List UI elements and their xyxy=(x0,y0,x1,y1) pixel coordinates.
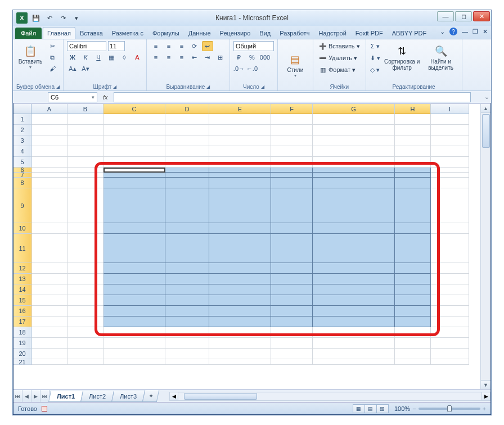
row-header-4[interactable]: 4 xyxy=(14,146,32,157)
cell-D1[interactable] xyxy=(165,114,209,125)
row-header-7[interactable]: 7 xyxy=(14,173,32,178)
cell-F11[interactable] xyxy=(271,234,313,263)
cell-A8[interactable] xyxy=(32,178,68,188)
cell-E7[interactable] xyxy=(209,173,271,178)
cell-A18[interactable] xyxy=(32,327,68,338)
row-header-15[interactable]: 15 xyxy=(14,295,32,306)
view-page-break-button[interactable]: ▧ xyxy=(376,404,389,413)
border-button[interactable]: ▦ xyxy=(106,52,117,62)
align-right-icon[interactable]: ≡ xyxy=(176,52,187,62)
row-header-9[interactable]: 9 xyxy=(14,188,32,223)
sheet-tab-Лист3[interactable]: Лист3 xyxy=(111,391,145,402)
maximize-button[interactable]: ◻ xyxy=(455,11,472,21)
cell-C1[interactable] xyxy=(104,114,165,125)
align-center-icon[interactable]: ≡ xyxy=(163,52,174,62)
tab-разработч[interactable]: Разработч xyxy=(275,27,314,39)
cell-B13[interactable] xyxy=(68,274,104,284)
scroll-left-icon[interactable]: ◀ xyxy=(169,392,178,401)
cell-I9[interactable] xyxy=(431,188,469,223)
paste-button[interactable]: 📋 Вставить ▾ xyxy=(16,41,44,74)
cell-F2[interactable] xyxy=(271,125,313,135)
cell-F17[interactable] xyxy=(271,317,313,327)
cell-G16[interactable] xyxy=(313,306,395,317)
cell-B1[interactable] xyxy=(68,114,104,125)
sheet-nav-prev-icon[interactable]: ◀ xyxy=(22,390,32,402)
cell-F10[interactable] xyxy=(271,223,313,234)
col-header-H[interactable]: H xyxy=(395,104,431,114)
cell-B2[interactable] xyxy=(68,125,104,135)
cell-D10[interactable] xyxy=(165,223,209,234)
cell-A20[interactable] xyxy=(32,349,68,359)
tab-вставка[interactable]: Вставка xyxy=(75,27,107,39)
cell-G1[interactable] xyxy=(313,114,395,125)
cell-H15[interactable] xyxy=(395,295,431,306)
bold-button[interactable]: Ж xyxy=(67,52,78,62)
macro-record-icon[interactable] xyxy=(42,406,47,412)
cell-A2[interactable] xyxy=(32,125,68,135)
cell-I3[interactable] xyxy=(431,135,469,146)
col-header-C[interactable]: C xyxy=(104,104,165,114)
cell-G18[interactable] xyxy=(313,327,395,338)
cell-B4[interactable] xyxy=(68,146,104,157)
tab-foxit pdf[interactable]: Foxit PDF xyxy=(351,27,388,39)
cell-G11[interactable] xyxy=(313,234,395,263)
col-header-D[interactable]: D xyxy=(165,104,209,114)
cell-H12[interactable] xyxy=(395,263,431,274)
cell-H18[interactable] xyxy=(395,327,431,338)
decrease-font-icon[interactable]: A▾ xyxy=(80,64,91,74)
cell-I11[interactable] xyxy=(431,234,469,263)
cell-H20[interactable] xyxy=(395,349,431,359)
cell-B9[interactable] xyxy=(68,188,104,223)
increase-decimal-icon[interactable]: .0→ xyxy=(233,64,245,74)
row-header-21[interactable]: 21 xyxy=(14,359,32,365)
cell-I10[interactable] xyxy=(431,223,469,234)
cell-H10[interactable] xyxy=(395,223,431,234)
cell-E2[interactable] xyxy=(209,125,271,135)
cell-D13[interactable] xyxy=(165,274,209,284)
cell-I8[interactable] xyxy=(431,178,469,188)
cell-E13[interactable] xyxy=(209,274,271,284)
cell-E19[interactable] xyxy=(209,338,271,349)
cut-icon[interactable]: ✂ xyxy=(47,41,58,51)
cell-C18[interactable] xyxy=(104,327,165,338)
cell-F16[interactable] xyxy=(271,306,313,317)
cell-E17[interactable] xyxy=(209,317,271,327)
tab-вид[interactable]: Вид xyxy=(255,27,275,39)
zoom-level[interactable]: 100% xyxy=(394,405,410,412)
cell-I1[interactable] xyxy=(431,114,469,125)
cell-C2[interactable] xyxy=(104,125,165,135)
row-header-3[interactable]: 3 xyxy=(14,135,32,146)
cell-A13[interactable] xyxy=(32,274,68,284)
cell-G6[interactable] xyxy=(313,168,395,173)
redo-icon[interactable]: ↷ xyxy=(58,13,68,23)
align-top-icon[interactable]: ≡ xyxy=(150,41,161,51)
zoom-out-button[interactable]: − xyxy=(412,405,416,412)
cell-D21[interactable] xyxy=(165,359,209,365)
cell-B17[interactable] xyxy=(68,317,104,327)
cell-E3[interactable] xyxy=(209,135,271,146)
cell-A17[interactable] xyxy=(32,317,68,327)
cell-H16[interactable] xyxy=(395,306,431,317)
minimize-button[interactable]: — xyxy=(437,11,454,21)
cell-E4[interactable] xyxy=(209,146,271,157)
cell-I15[interactable] xyxy=(431,295,469,306)
cell-B18[interactable] xyxy=(68,327,104,338)
cell-E15[interactable] xyxy=(209,295,271,306)
select-all-corner[interactable] xyxy=(14,104,32,114)
cell-G20[interactable] xyxy=(313,349,395,359)
cell-H5[interactable] xyxy=(395,157,431,168)
row-header-17[interactable]: 17 xyxy=(14,317,32,327)
cell-G13[interactable] xyxy=(313,274,395,284)
cell-C15[interactable] xyxy=(104,295,165,306)
cell-D20[interactable] xyxy=(165,349,209,359)
cell-A15[interactable] xyxy=(32,295,68,306)
cell-E12[interactable] xyxy=(209,263,271,274)
cell-C19[interactable] xyxy=(104,338,165,349)
tab-разметка с[interactable]: Разметка с xyxy=(107,27,148,39)
cell-A9[interactable] xyxy=(32,188,68,223)
cell-H1[interactable] xyxy=(395,114,431,125)
cell-I2[interactable] xyxy=(431,125,469,135)
cell-A21[interactable] xyxy=(32,359,68,365)
cell-E10[interactable] xyxy=(209,223,271,234)
fill-color-button[interactable]: ◊ xyxy=(119,52,130,62)
